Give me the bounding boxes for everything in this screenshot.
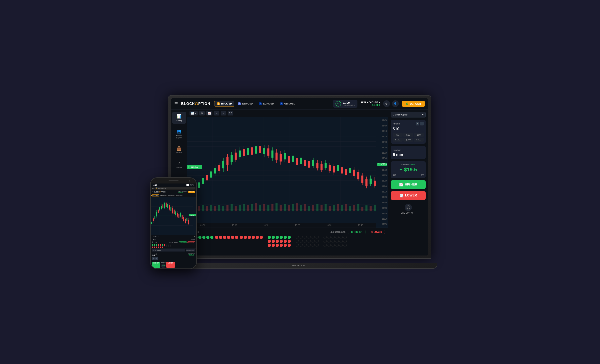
phone-lower-button[interactable]: LOWER	[166, 262, 175, 268]
phone-hide-button[interactable]: 👁 Hide	[152, 241, 157, 243]
phone-amount-income-bar: Amount $10 + − Income +95% + $19.5	[150, 252, 196, 261]
phone-header: ☰ BLOCK⬡PTION REAL ACCOUNT $1,000 DEPOSI…	[150, 190, 196, 194]
preset-200[interactable]: $200	[403, 138, 413, 142]
phone-scroll-left-icon[interactable]: ‹	[152, 236, 152, 238]
fullscreen-button[interactable]: ⛶	[228, 111, 233, 115]
settings-chart-button[interactable]: ⚙	[199, 111, 205, 115]
phone-plus-icon[interactable]: +	[156, 236, 157, 238]
phone-dots-row	[150, 244, 196, 246]
svg-rect-44	[259, 205, 261, 211]
results-label: Last 60 results	[330, 231, 346, 233]
bottom-header: 👁 Hide Last 60 results 10 HIGHER 20 LOWE…	[190, 230, 385, 234]
amount-plus-button[interactable]: +	[416, 122, 419, 125]
phone-lower-count[interactable]: 20 LOWER	[188, 241, 195, 243]
amount-section: Amount + - $10 $5 $10 $50	[391, 120, 426, 144]
chart-type-button[interactable]: 📈	[206, 111, 212, 115]
phone-lock-icon: 🔒	[156, 187, 157, 189]
tab-btcusd[interactable]: ₿ BTC/USD	[214, 101, 234, 107]
phone-dot-20	[170, 247, 171, 248]
dot-17	[256, 236, 259, 239]
support-label: LIVE SUPPORT	[401, 212, 415, 214]
dot-27	[276, 240, 279, 243]
price-11380: 11380	[377, 146, 387, 149]
higher-button[interactable]: 📈 HIGHER	[391, 180, 426, 189]
candle-option-select[interactable]: Candle Option ▾	[391, 112, 426, 117]
user-button[interactable]: 👤	[392, 100, 399, 107]
menu-icon[interactable]: ☰	[174, 101, 178, 106]
sidebar-item-wallet[interactable]: 👜 Wallet	[172, 144, 186, 156]
phone-withdraw-label: ...ithdraw	[189, 239, 195, 240]
amount-value: $10	[393, 127, 424, 131]
phone-tab-btc[interactable]: ₿ BTC/USD	[151, 195, 159, 196]
phone-candle-select[interactable]: Candle Options ▾	[152, 249, 185, 252]
tab-gbpusd[interactable]: £ GBP/USD	[277, 101, 298, 107]
interval-label: ▾	[195, 112, 196, 115]
time-1020: 10:20	[295, 224, 300, 226]
phone-amount-minus[interactable]: −	[155, 257, 158, 260]
dot-33	[276, 244, 279, 247]
tab-eurusd[interactable]: € EUR/USD	[256, 101, 276, 107]
preset-500[interactable]: $500	[414, 138, 424, 142]
tab-eurusd-label: EUR/USD	[263, 102, 274, 105]
tab-ethusd[interactable]: Ξ ETH/USD	[235, 101, 255, 107]
svg-rect-65	[345, 204, 347, 211]
svg-rect-198	[169, 205, 170, 209]
price-11260: 11260	[377, 180, 387, 182]
candlestick-chart: 11325.56	[187, 117, 376, 215]
dot-58	[336, 236, 339, 239]
dot-26	[272, 240, 275, 243]
svg-rect-90	[222, 160, 225, 168]
dot-48	[316, 240, 319, 243]
price-11200: 11200	[377, 196, 387, 198]
follow-expert-icon: 👥	[177, 129, 181, 134]
phone-deposit-button[interactable]: DEPOSIT	[188, 191, 195, 193]
phone-tab-eur[interactable]: € EUR/USD	[168, 195, 175, 196]
dot-section-3	[296, 236, 319, 247]
app-body: 📊 Trading 👥 Follow Expert 👜 Wallet	[171, 110, 428, 255]
phone-minus-icon[interactable]: −	[153, 236, 154, 238]
phone-hide-bar: 👁 Hide Last 60 results 10 HIGHER 20 LOWE…	[150, 241, 196, 244]
phone-url-bar[interactable]: 🔒 blockoption.io	[154, 187, 195, 189]
preset-10[interactable]: $10	[403, 133, 413, 137]
preset-50[interactable]: $50	[414, 133, 424, 137]
settings-button[interactable]: ⚙	[383, 100, 390, 107]
phone-tab-gbp[interactable]: £ GBP/USD	[176, 195, 183, 196]
deposit-button[interactable]: 💲 DEPOSIT	[402, 101, 425, 107]
sidebar-item-trading[interactable]: 📊 Trading	[172, 112, 186, 124]
phone-refresh-icon[interactable]: ↺	[154, 236, 156, 238]
tabs-bar: ₿ BTC/USD Ξ ETH/USD € EUR/USD £	[214, 101, 333, 107]
lower-count-button[interactable]: 20 LOWER	[368, 230, 385, 234]
dot-row-7	[296, 236, 319, 239]
support-section[interactable]: 🎧 LIVE SUPPORT	[391, 202, 426, 216]
interval-button[interactable]: 📉 ▾	[189, 111, 198, 115]
dot-3	[198, 236, 201, 239]
lower-button[interactable]: 📉 LOWER	[391, 191, 426, 200]
preset-100[interactable]: $100	[393, 138, 403, 142]
redo-button[interactable]: ↪	[221, 111, 226, 115]
phone-tab-eth[interactable]: Ξ ETH/USD	[159, 195, 167, 196]
higher-count-button[interactable]: 10 HIGHER	[348, 230, 366, 234]
dot-22	[280, 236, 283, 239]
phone-arrows-icon[interactable]: ≫	[194, 236, 195, 238]
sidebar-item-affiliate[interactable]: ↗ Affiliate	[172, 159, 186, 171]
phone-scroll-right-icon[interactable]: ›	[158, 236, 159, 238]
amount-minus-button[interactable]: -	[420, 122, 424, 125]
svg-rect-116	[275, 152, 277, 159]
phone-higher-count[interactable]: 10 HIGHER	[179, 241, 187, 243]
svg-rect-29	[198, 206, 200, 211]
dot-61	[324, 240, 327, 243]
phone-higher-button[interactable]: HIGHER	[152, 262, 160, 268]
phone-amount-plus[interactable]: +	[152, 257, 155, 260]
phone-action-buttons: HIGHER History 01:00 LOWER	[150, 261, 196, 269]
undo-button[interactable]: ↩	[214, 111, 219, 115]
phone-timer-value: 01:00	[162, 265, 165, 266]
svg-rect-42	[251, 204, 253, 211]
svg-rect-192	[164, 203, 165, 207]
phone-account-info: REAL ACCOUNT $1,000	[178, 191, 188, 193]
preset-5[interactable]: $5	[393, 133, 403, 137]
phone-signal-icons: ▌▌▌ WiFi ▮	[186, 184, 194, 186]
svg-rect-58	[316, 204, 318, 211]
sidebar-item-follow-expert[interactable]: 👥 Follow Expert	[172, 127, 186, 141]
svg-rect-70	[366, 205, 367, 211]
svg-rect-180	[154, 216, 155, 219]
